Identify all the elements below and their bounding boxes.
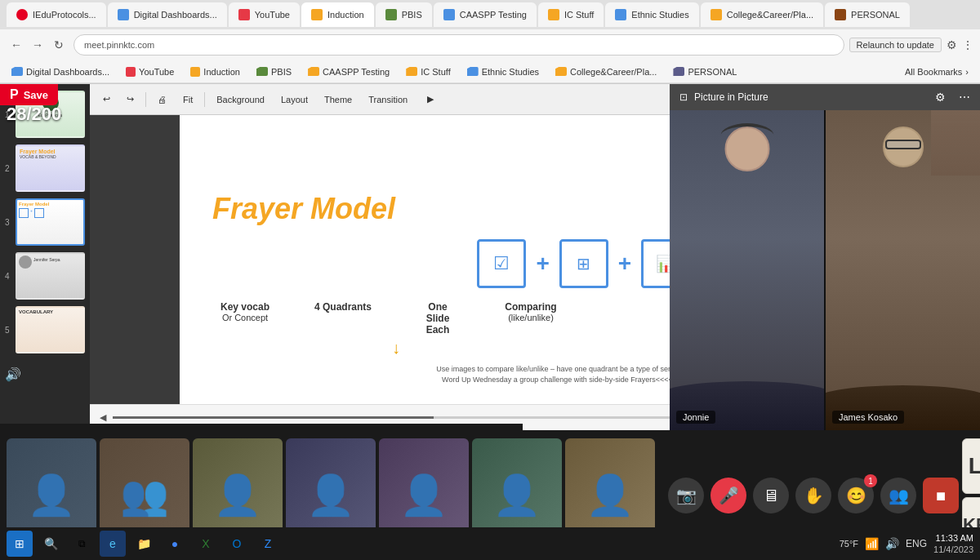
toolbar-undo[interactable]: ↩ xyxy=(96,92,117,106)
menu-icon[interactable]: ⋮ xyxy=(962,38,973,51)
taskbar-clock[interactable]: 11:33 AM 11/4/2023 xyxy=(933,532,973,556)
toolbar-transition[interactable]: Transition xyxy=(362,93,414,106)
extensions-icon[interactable]: ⚙ xyxy=(947,38,957,51)
photo-counter: 28/200 xyxy=(7,104,61,125)
mute-button[interactable]: 🎤 xyxy=(710,478,746,513)
slide-2-container: 2 Frayer Model VOCAB & BEYOND xyxy=(5,144,85,192)
bookmark-caaspp[interactable]: CAASPP Testing xyxy=(303,65,394,78)
windows-taskbar: ⊞ 🔍 ⧉ e 📁 ● X O Z 75°F 📶 🔊 ENG 11:33 AM … xyxy=(0,527,980,560)
slide-scrubber-fill xyxy=(113,416,434,419)
slide-number-2: 2 xyxy=(5,164,12,173)
slide-thumb-5[interactable]: VOCABULARY xyxy=(16,306,85,353)
pip-settings-icon[interactable]: ⚙ xyxy=(935,91,946,104)
pip-label: Picture in Picture xyxy=(694,91,768,103)
tab-youtube[interactable]: YouTube xyxy=(229,2,300,27)
toolbar-print[interactable]: 🖨 xyxy=(151,93,173,106)
video-james xyxy=(826,110,980,430)
taskbar-outlook[interactable]: O xyxy=(224,531,250,557)
video-participants-overlay: ⊡ Picture in Picture ⚙ ⋯ xyxy=(670,84,980,430)
participant-avatar-1: 👤 xyxy=(27,473,76,518)
slide-5-container: 5 VOCABULARY xyxy=(5,306,85,353)
taskbar-search[interactable]: 🔍 xyxy=(38,531,64,557)
letter-tile-L: L xyxy=(962,438,980,494)
browser-toolbar: ← → ↻ meet.pinnktc.com Relaunch to updat… xyxy=(0,29,980,60)
taskbar-explorer[interactable]: 📁 xyxy=(131,531,157,557)
video-jonnie xyxy=(670,110,824,430)
frayer-plus-2: + xyxy=(618,251,631,277)
presentation-area: 1 EduProtocols 2 Frayer Model VOCAB & BE… xyxy=(0,84,980,430)
frayer-label-comparing: Comparing (like/unlike) xyxy=(498,301,564,336)
more-button[interactable]: ■ xyxy=(923,478,959,513)
tab-digital-dashboards[interactable]: Digital Dashboards... xyxy=(108,2,227,27)
participant-avatar-4: 👤 xyxy=(306,473,355,518)
slide-thumb-2[interactable]: Frayer Model VOCAB & BEYOND xyxy=(16,144,85,192)
bookmark-icstuff[interactable]: IC Stuff xyxy=(401,65,455,78)
toolbar-background[interactable]: Background xyxy=(210,93,271,106)
bookmark-pbis[interactable]: PBIS xyxy=(252,65,296,78)
participant-avatar-6: 👤 xyxy=(492,473,541,518)
video-name-james: James Kosako xyxy=(832,411,904,424)
taskbar-excel[interactable]: X xyxy=(193,531,219,557)
back-button[interactable]: ← xyxy=(7,35,26,55)
share-screen-button[interactable]: 🖥 xyxy=(753,478,789,513)
all-bookmarks[interactable]: All Bookmarks › xyxy=(900,65,973,78)
reaction-btn-wrapper: 😊 1 xyxy=(838,478,874,513)
taskbar-chrome[interactable]: ● xyxy=(162,531,188,557)
video-name-jonnie: Jonnie xyxy=(676,411,715,424)
toolbar-redo[interactable]: ↪ xyxy=(120,92,140,106)
tab-personal[interactable]: PERSONAL xyxy=(825,2,910,27)
taskbar-volume-icon[interactable]: 🔊 xyxy=(885,537,899,550)
tab-ethnic-studies[interactable]: Ethnic Studies xyxy=(605,2,698,27)
tab-college-career[interactable]: College&Career/Pla... xyxy=(701,2,823,27)
toolbar-zoom-fit[interactable]: Fit xyxy=(176,93,199,106)
frayer-label-vocab: Key vocab Or Concept xyxy=(212,301,278,336)
raise-hand-button[interactable]: ✋ xyxy=(795,478,831,513)
frayer-model-title: Frayer Model xyxy=(212,192,395,226)
pinterest-save-button[interactable]: P Save xyxy=(0,84,58,105)
frayer-icon-quadrant: ⊞ xyxy=(559,239,608,288)
relaunch-button[interactable]: Relaunch to update xyxy=(849,38,942,52)
slide-3-container: 3 Frayer Model + xyxy=(5,198,85,246)
tab-iedulprotocols[interactable]: IEduProtocols... xyxy=(7,2,106,27)
refresh-button[interactable]: ↻ xyxy=(49,35,69,55)
bookmark-personal[interactable]: PERSONAL xyxy=(668,65,742,78)
video-cell-jonnie: Jonnie xyxy=(670,110,824,430)
taskbar-network-icon[interactable]: 📶 xyxy=(865,537,879,550)
toolbar-layout[interactable]: Layout xyxy=(274,93,314,106)
browser-tabs: IEduProtocols... Digital Dashboards... Y… xyxy=(0,0,980,29)
toolbar-theme[interactable]: Theme xyxy=(318,93,359,106)
frayer-label-quadrants: 4 Quadrants xyxy=(310,301,376,336)
tab-pbis[interactable]: PBIS xyxy=(376,2,432,27)
participants-button[interactable]: 👥 xyxy=(880,478,916,513)
tab-induction[interactable]: Induction xyxy=(301,2,374,27)
tab-icstuff[interactable]: IC Stuff xyxy=(538,2,604,27)
reaction-badge: 1 xyxy=(864,474,877,487)
speaker-icon[interactable]: 🔊 xyxy=(5,367,85,382)
taskbar-task-view[interactable]: ⧉ xyxy=(69,531,95,557)
pip-more-icon[interactable]: ⋯ xyxy=(959,91,970,104)
bookmark-induction[interactable]: Induction xyxy=(185,65,245,78)
bookmark-ethnic-studies[interactable]: Ethnic Studies xyxy=(462,65,544,78)
frayer-label-one-slide: One Slide Each xyxy=(405,301,470,336)
tab-caaspp[interactable]: CAASPP Testing xyxy=(434,2,537,27)
taskbar-temperature: 75°F xyxy=(840,539,858,549)
frayer-arrow: ↓ xyxy=(392,339,400,358)
bookmark-digital-dashboards[interactable]: Digital Dashboards... xyxy=(7,65,114,78)
slide-number-3: 3 xyxy=(5,218,12,227)
forward-button[interactable]: → xyxy=(28,35,47,55)
address-bar[interactable]: meet.pinnktc.com xyxy=(74,34,844,56)
toolbar-more[interactable]: ▶ xyxy=(421,92,440,106)
slide-thumb-4[interactable]: Jennifer Serpa xyxy=(16,252,85,300)
frayer-plus-1: + xyxy=(536,251,549,277)
browser-chrome: IEduProtocols... Digital Dashboards... Y… xyxy=(0,0,980,84)
slide-thumb-3[interactable]: Frayer Model + xyxy=(16,198,85,246)
taskbar-zoom[interactable]: Z xyxy=(255,531,281,557)
camera-button[interactable]: 📷 xyxy=(668,478,704,513)
video-cell-james: James Kosako xyxy=(826,110,980,430)
main-content-area: P Save 28/200 1 EduProtocols 2 xyxy=(0,84,980,560)
taskbar-edge[interactable]: e xyxy=(100,531,126,557)
bottom-word-row xyxy=(0,424,523,430)
bookmark-youtube[interactable]: YouTube xyxy=(121,65,179,78)
taskbar-windows-button[interactable]: ⊞ xyxy=(7,531,33,557)
bookmark-college-career[interactable]: College&Career/Pla... xyxy=(550,65,662,78)
